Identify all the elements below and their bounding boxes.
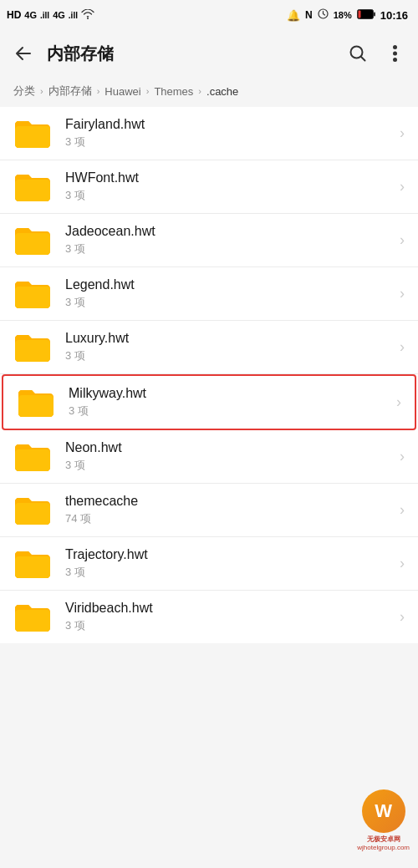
chevron-right-icon: ›: [400, 285, 405, 302]
signal-dots: .ill: [40, 11, 49, 20]
file-info: HWFont.hwt 3 项: [65, 170, 400, 203]
breadcrumb-item-huawei[interactable]: Huawei: [104, 85, 140, 98]
folder-icon: [13, 278, 52, 310]
file-meta: 3 项: [65, 295, 400, 310]
folder-icon: [13, 332, 52, 363]
battery-text: 18%: [334, 10, 352, 20]
app-bar-actions: [341, 37, 411, 70]
file-meta: 3 项: [65, 348, 400, 363]
breadcrumb: 分类 › 内部存储 › Huawei › Themes › .cache: [0, 77, 418, 107]
file-item[interactable]: Jadeocean.hwt 3 项 ›: [0, 214, 418, 267]
file-item[interactable]: Milkyway.hwt 3 项 ›: [2, 374, 416, 430]
battery-icon: [357, 9, 375, 22]
chevron-right-icon: ›: [400, 608, 405, 626]
folder-icon: [13, 441, 52, 473]
file-meta: 3 项: [65, 458, 400, 473]
breadcrumb-item-themes[interactable]: Themes: [154, 85, 193, 98]
chevron-right-icon: ›: [400, 338, 405, 356]
file-info: Luxury.hwt 3 项: [65, 331, 400, 363]
file-info: Neon.hwt 3 项: [65, 440, 400, 473]
file-item[interactable]: Viridbeach.hwt 3 项 ›: [0, 591, 418, 643]
file-name: Neon.hwt: [65, 440, 400, 455]
file-info: Milkyway.hwt 3 项: [69, 386, 396, 419]
watermark: W 无极安卓网 wjhotelgroup.com: [357, 789, 410, 851]
file-item[interactable]: Legend.hwt 3 项 ›: [0, 267, 418, 321]
chevron-right-icon: ›: [400, 555, 405, 572]
file-meta: 3 项: [65, 188, 400, 203]
file-info: themecache 74 项: [65, 494, 400, 526]
svg-point-7: [393, 52, 397, 56]
file-meta: 74 项: [65, 511, 400, 526]
file-name: Viridbeach.hwt: [65, 601, 400, 616]
app-bar: 内部存储: [0, 30, 418, 77]
svg-point-8: [393, 58, 397, 62]
svg-point-6: [393, 45, 397, 49]
chevron-right-icon: ›: [400, 124, 405, 142]
svg-rect-4: [358, 10, 360, 18]
chevron-right-icon: ›: [396, 393, 401, 411]
file-info: Legend.hwt 3 项: [65, 277, 400, 310]
more-options-button[interactable]: [378, 37, 411, 70]
file-item[interactable]: Trajectory.hwt 3 项 ›: [0, 537, 418, 591]
folder-icon: [13, 171, 52, 203]
file-info: Viridbeach.hwt 3 项: [65, 601, 400, 633]
chevron-right-icon: ›: [400, 178, 405, 195]
time-display: 10:16: [380, 9, 408, 22]
page-title: 内部存储: [47, 43, 334, 65]
breadcrumb-arrow-4: ›: [198, 86, 201, 96]
breadcrumb-arrow-1: ›: [40, 86, 43, 96]
file-name: HWFont.hwt: [65, 170, 400, 185]
breadcrumb-item-fenlei[interactable]: 分类: [13, 84, 35, 99]
folder-icon: [13, 118, 52, 150]
file-meta: 3 项: [65, 618, 400, 633]
signal-4g-1: 4G: [24, 10, 37, 20]
file-meta: 3 项: [65, 241, 400, 256]
search-button[interactable]: [341, 37, 375, 70]
file-item[interactable]: Neon.hwt 3 项 ›: [0, 430, 418, 484]
svg-point-0: [87, 18, 89, 19]
status-carrier: HD 4G .ill 4G .ill: [7, 9, 94, 22]
folder-icon: [13, 548, 52, 580]
folder-icon: [17, 387, 55, 419]
file-name: Jadeocean.hwt: [65, 224, 400, 239]
file-name: Milkyway.hwt: [69, 386, 396, 401]
breadcrumb-arrow-2: ›: [97, 86, 100, 96]
file-name: Fairyland.hwt: [65, 117, 400, 132]
watermark-line1: 无极安卓网: [367, 835, 400, 844]
file-item[interactable]: Fairyland.hwt 3 项 ›: [0, 107, 418, 160]
chevron-right-icon: ›: [400, 501, 405, 519]
breadcrumb-item-cache[interactable]: .cache: [206, 85, 238, 98]
file-item[interactable]: Luxury.hwt 3 项 ›: [0, 321, 418, 374]
file-item[interactable]: HWFont.hwt 3 项 ›: [0, 160, 418, 214]
file-item[interactable]: themecache 74 项 ›: [0, 484, 418, 537]
folder-icon: [13, 495, 52, 526]
svg-rect-3: [374, 12, 375, 16]
watermark-logo: W: [362, 789, 405, 833]
file-meta: 3 项: [69, 404, 396, 419]
file-meta: 3 项: [65, 565, 400, 580]
breadcrumb-arrow-3: ›: [146, 86, 150, 96]
clock-icon: [318, 8, 329, 22]
signal-dots-2: .ill: [69, 11, 78, 20]
wifi-icon: [81, 9, 94, 22]
breadcrumb-item-storage[interactable]: 内部存储: [48, 84, 92, 99]
nfc-icon: N: [305, 9, 313, 21]
file-info: Jadeocean.hwt 3 项: [65, 224, 400, 256]
chevron-right-icon: ›: [400, 448, 405, 465]
file-meta: 3 项: [65, 135, 400, 150]
file-name: Trajectory.hwt: [65, 547, 400, 562]
carrier-4g-2: 4G: [53, 10, 65, 20]
file-name: Legend.hwt: [65, 277, 400, 292]
status-bar: HD 4G .ill 4G .ill 🔔 N 18%: [0, 0, 418, 30]
folder-icon: [13, 225, 52, 256]
file-list: Fairyland.hwt 3 项 › HWFont.hwt 3 项 › Jad: [0, 107, 418, 643]
file-info: Trajectory.hwt 3 项: [65, 547, 400, 580]
file-info: Fairyland.hwt 3 项: [65, 117, 400, 150]
folder-icon: [13, 602, 52, 633]
alarm-icon: 🔔: [287, 9, 300, 22]
file-name: themecache: [65, 494, 400, 509]
chevron-right-icon: ›: [400, 231, 405, 249]
back-button[interactable]: [7, 37, 40, 70]
file-name: Luxury.hwt: [65, 331, 400, 346]
status-right-icons: 🔔 N 18% 10:16: [287, 8, 408, 22]
